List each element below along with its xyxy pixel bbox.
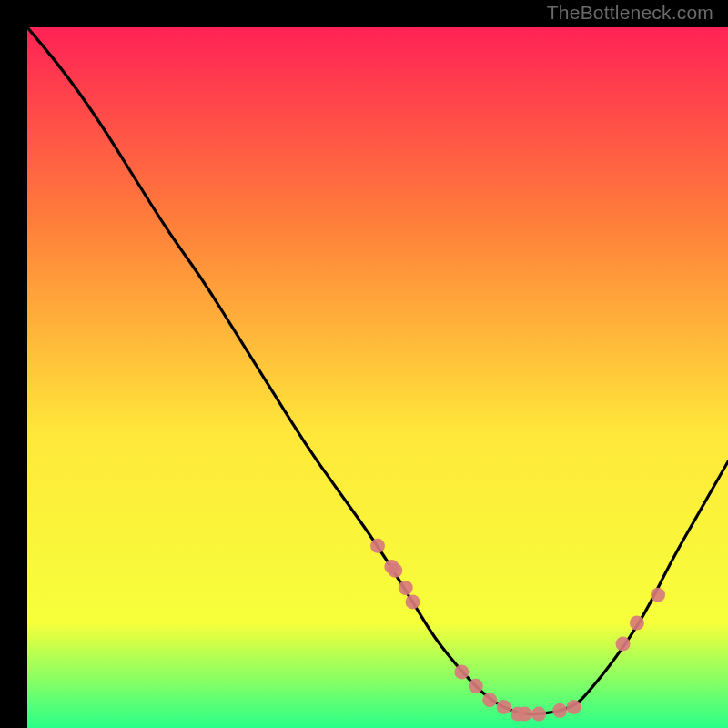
- gradient-background: [27, 27, 728, 728]
- chart-svg: [27, 27, 728, 728]
- data-point: [399, 581, 413, 595]
- data-point: [531, 707, 546, 722]
- data-point: [518, 707, 532, 722]
- data-point: [482, 693, 497, 707]
- chart-frame: [14, 14, 714, 714]
- data-point: [370, 539, 385, 553]
- plot-area: [27, 27, 728, 728]
- data-point: [552, 703, 567, 718]
- data-point: [497, 700, 511, 714]
- data-point: [388, 563, 402, 578]
- data-point: [567, 700, 581, 714]
- data-point: [454, 664, 469, 679]
- data-point: [469, 679, 483, 693]
- data-point: [630, 616, 644, 631]
- data-point: [616, 637, 631, 652]
- data-point: [651, 588, 665, 602]
- watermark-text: TheBottleneck.com: [547, 2, 713, 24]
- data-point: [406, 594, 420, 609]
